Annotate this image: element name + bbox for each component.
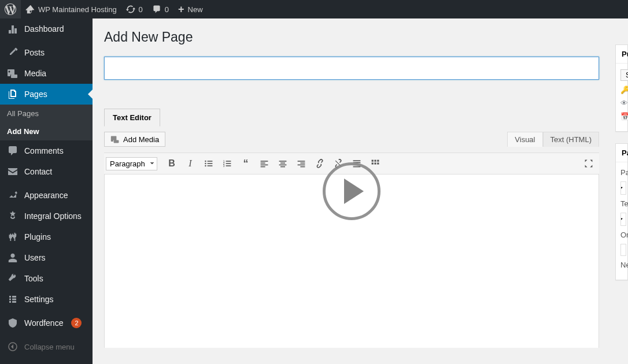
updates-link[interactable]: 0 — [121, 0, 147, 18]
sidebar-item-posts[interactable]: Posts — [0, 42, 93, 63]
visibility-icon: 👁 — [620, 99, 628, 107]
add-media-button[interactable]: Add Media — [104, 132, 165, 147]
text-editor-tab[interactable]: Text Editor — [104, 109, 160, 127]
toolbar-toggle-button[interactable] — [367, 155, 384, 172]
fullscreen-button[interactable] — [580, 155, 597, 172]
sidebar-item-pages[interactable]: Pages — [0, 84, 93, 105]
page-heading: Add New Page — [104, 24, 599, 57]
svg-rect-6 — [208, 165, 213, 166]
page-title-input[interactable] — [104, 57, 599, 80]
sidebar-item-plugins[interactable]: Plugins — [0, 226, 93, 247]
readmore-button[interactable] — [348, 155, 365, 172]
svg-rect-27 — [353, 165, 361, 165]
link-button[interactable] — [311, 155, 328, 172]
visual-tab[interactable]: Visual — [507, 132, 542, 147]
svg-rect-29 — [372, 160, 374, 162]
svg-rect-14 — [261, 162, 265, 164]
align-right-button[interactable] — [293, 155, 310, 172]
svg-rect-33 — [374, 162, 376, 164]
svg-rect-16 — [261, 166, 265, 168]
svg-rect-20 — [280, 166, 285, 168]
bold-button[interactable]: B — [163, 155, 180, 172]
svg-rect-30 — [374, 160, 376, 162]
svg-rect-12 — [226, 165, 231, 166]
new-label: New — [188, 5, 203, 14]
wp-logo-menu[interactable] — [0, 0, 21, 18]
svg-rect-26 — [353, 162, 361, 164]
sidebar-item-users[interactable]: Users — [0, 247, 93, 268]
parent-select[interactable]: (no — [620, 181, 626, 195]
template-select[interactable]: De — [620, 213, 626, 226]
sidebar-item-tools[interactable]: Tools — [0, 268, 93, 289]
align-left-button[interactable] — [256, 155, 273, 172]
comments-link[interactable]: 0 — [147, 0, 173, 18]
svg-point-3 — [205, 163, 206, 164]
site-name-text: WP Maintained Hosting — [38, 5, 117, 14]
sidebar-item-wordfence[interactable]: Wordfence 2 — [0, 313, 93, 333]
wordfence-badge: 2 — [71, 318, 82, 328]
sidebar-item-appearance[interactable]: Appearance — [0, 185, 93, 206]
admin-sidebar: Dashboard Posts Media Pages All Pages Ad… — [0, 18, 93, 364]
svg-rect-15 — [261, 165, 268, 166]
unlink-button[interactable] — [330, 155, 347, 172]
bullet-list-button[interactable] — [200, 155, 217, 172]
editor-toolbar: Paragraph B I 123 “ — [104, 153, 599, 174]
paragraph-select[interactable]: Paragraph — [106, 157, 157, 170]
sidebar-item-contact[interactable]: Contact — [0, 161, 93, 182]
sidebar-item-media[interactable]: Media — [0, 63, 93, 84]
svg-rect-13 — [261, 161, 268, 162]
sidebar-item-comments[interactable]: Comments — [0, 140, 93, 161]
svg-rect-17 — [279, 161, 287, 162]
blockquote-button[interactable]: “ — [237, 155, 254, 172]
svg-rect-31 — [377, 160, 379, 162]
collapse-menu-button[interactable]: Collapse menu — [0, 336, 93, 357]
sidebar-item-integral-options[interactable]: Integral Options — [0, 206, 93, 226]
order-input[interactable] — [620, 244, 626, 256]
site-name-link[interactable]: WP Maintained Hosting — [21, 0, 121, 18]
text-html-tab[interactable]: Text (HTML) — [543, 132, 600, 147]
publish-box-heading: Pub — [616, 45, 627, 64]
svg-rect-10 — [226, 163, 231, 164]
svg-rect-19 — [279, 165, 287, 166]
need-help-label: Nee — [620, 261, 623, 269]
template-label: Tem — [620, 199, 623, 208]
sidebar-item-dashboard[interactable]: Dashboard — [0, 18, 93, 39]
svg-text:3: 3 — [223, 165, 225, 168]
content-editor[interactable] — [104, 174, 599, 348]
svg-rect-34 — [377, 162, 379, 164]
svg-rect-23 — [298, 165, 305, 166]
parent-label: Pare — [620, 168, 623, 177]
main-content: Add New Page Text Editor Add Media Visua… — [93, 18, 611, 364]
order-label: Ord — [620, 231, 623, 239]
updates-count: 0 — [139, 5, 143, 14]
svg-rect-22 — [300, 162, 305, 164]
svg-rect-2 — [208, 161, 213, 162]
svg-rect-4 — [208, 163, 213, 164]
save-draft-button[interactable]: Sa — [620, 69, 628, 81]
calendar-icon: 📅 — [620, 112, 628, 121]
sidebar-sub-add-new[interactable]: Add New — [0, 122, 93, 140]
svg-rect-8 — [226, 161, 231, 162]
italic-button[interactable]: I — [182, 155, 199, 172]
new-content-link[interactable]: + New — [173, 0, 208, 18]
svg-rect-32 — [372, 162, 374, 164]
svg-rect-18 — [280, 162, 285, 164]
comments-count: 0 — [165, 5, 169, 14]
svg-rect-24 — [300, 166, 305, 168]
align-center-button[interactable] — [274, 155, 291, 172]
side-metaboxes: Pub Sa 🔑 👁 📅 Pag Pare (no Tem De Ord Nee — [611, 18, 628, 364]
admin-toolbar: WP Maintained Hosting 0 0 + New — [0, 0, 628, 18]
svg-rect-28 — [353, 166, 361, 168]
sidebar-item-settings[interactable]: Settings — [0, 289, 93, 310]
sidebar-sub-all-pages[interactable]: All Pages — [0, 105, 93, 122]
key-icon: 🔑 — [620, 86, 628, 94]
svg-rect-21 — [298, 161, 305, 162]
number-list-button[interactable]: 123 — [219, 155, 236, 172]
svg-point-1 — [205, 161, 206, 162]
svg-point-5 — [205, 165, 206, 166]
svg-rect-25 — [353, 160, 361, 161]
page-attrs-heading: Pag — [616, 144, 627, 162]
